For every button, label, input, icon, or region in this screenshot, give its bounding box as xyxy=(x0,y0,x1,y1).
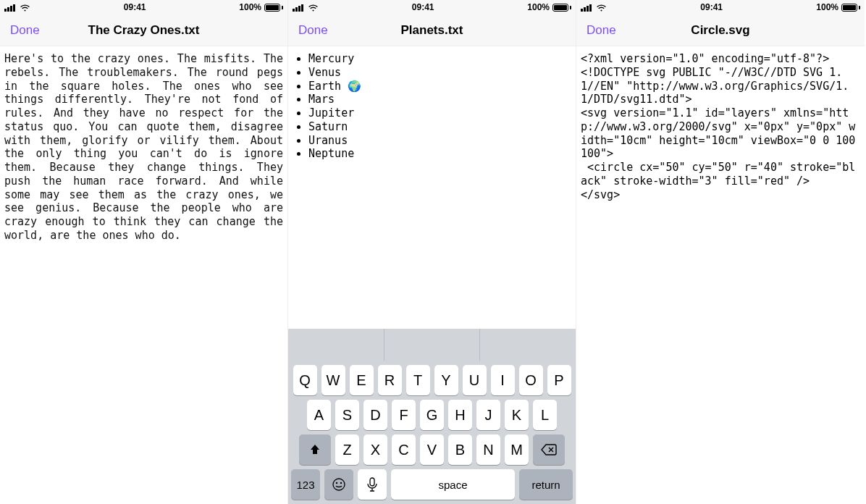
key-u[interactable]: U xyxy=(463,365,487,395)
key-c[interactable]: C xyxy=(392,434,416,465)
key-d[interactable]: D xyxy=(363,400,387,430)
backspace-icon xyxy=(541,444,557,455)
status-bar: 09:41 100% xyxy=(288,0,576,14)
svg-rect-4 xyxy=(293,9,295,12)
suggestion-bar[interactable] xyxy=(288,329,576,361)
key-h[interactable]: H xyxy=(448,400,472,430)
space-key[interactable]: space xyxy=(391,469,515,500)
svg-rect-2 xyxy=(10,6,12,12)
svg-rect-11 xyxy=(370,478,374,486)
numbers-key[interactable]: 123 xyxy=(291,469,320,500)
key-y[interactable]: Y xyxy=(434,365,458,395)
key-v[interactable]: V xyxy=(420,434,444,465)
svg-rect-13 xyxy=(584,7,586,12)
done-button[interactable]: Done xyxy=(10,23,40,38)
phone-screen-3: 09:41 100% Done Circle.svg <?xml version… xyxy=(576,0,865,504)
key-j[interactable]: J xyxy=(476,400,500,430)
shift-key[interactable] xyxy=(299,434,331,465)
list-item: Earth 🌍 xyxy=(308,80,571,93)
wifi-icon xyxy=(596,4,607,12)
shift-icon xyxy=(308,443,321,456)
key-r[interactable]: R xyxy=(378,365,402,395)
done-button[interactable]: Done xyxy=(587,23,616,38)
nav-title: The Crazy Ones.txt xyxy=(0,23,287,38)
svg-rect-6 xyxy=(298,6,300,12)
emoji-key[interactable] xyxy=(324,469,353,500)
planet-list: MercuryVenusEarth 🌍MarsJupiterSaturnUran… xyxy=(293,52,571,161)
battery-percent: 100% xyxy=(816,2,838,12)
nav-bar: Done Planets.txt xyxy=(288,14,576,46)
list-item: Saturn xyxy=(308,120,571,134)
phone-screen-1: 09:41 100% Done The Crazy Ones.txt Here'… xyxy=(0,0,288,504)
wifi-icon xyxy=(308,4,319,12)
battery-icon xyxy=(552,4,571,12)
text-content[interactable]: Here's to the crazy ones. The misfits. T… xyxy=(0,46,287,504)
key-t[interactable]: T xyxy=(406,365,430,395)
list-item: Venus xyxy=(308,66,571,80)
svg-rect-1 xyxy=(7,7,9,12)
phone-screen-2: 09:41 100% Done Planets.txt MercuryVenus… xyxy=(288,0,576,504)
text-content[interactable]: <?xml version="1.0" encoding="utf-8"?> <… xyxy=(576,46,865,504)
svg-rect-14 xyxy=(587,6,589,12)
battery-icon xyxy=(264,4,283,12)
key-p[interactable]: P xyxy=(547,365,571,395)
mic-icon xyxy=(367,477,377,492)
svg-rect-12 xyxy=(581,9,583,12)
key-o[interactable]: O xyxy=(519,365,543,395)
svg-point-9 xyxy=(336,482,337,484)
key-w[interactable]: W xyxy=(321,365,345,395)
nav-bar: Done The Crazy Ones.txt xyxy=(0,14,287,46)
svg-rect-0 xyxy=(4,9,7,12)
battery-percent: 100% xyxy=(239,2,261,12)
key-l[interactable]: L xyxy=(533,400,557,430)
battery-percent: 100% xyxy=(527,2,550,12)
svg-point-10 xyxy=(340,482,342,484)
status-time: 09:41 xyxy=(412,2,434,12)
wifi-icon xyxy=(20,4,30,12)
key-x[interactable]: X xyxy=(363,434,387,465)
status-time: 09:41 xyxy=(700,2,723,12)
svg-rect-5 xyxy=(295,7,298,12)
svg-rect-7 xyxy=(301,4,303,12)
battery-icon xyxy=(841,4,860,12)
list-item: Uranus xyxy=(308,134,571,148)
signal-icon xyxy=(581,4,593,12)
status-bar: 09:41 100% xyxy=(576,0,865,14)
nav-bar: Done Circle.svg xyxy=(576,14,865,46)
key-e[interactable]: E xyxy=(350,365,374,395)
body-text: Here's to the crazy ones. The misfits. T… xyxy=(4,52,283,243)
backspace-key[interactable] xyxy=(533,434,565,465)
key-i[interactable]: I xyxy=(491,365,515,395)
nav-title: Circle.svg xyxy=(576,23,865,38)
key-m[interactable]: M xyxy=(505,434,529,465)
list-item: Mercury xyxy=(308,52,571,66)
return-key[interactable]: return xyxy=(519,469,573,500)
key-b[interactable]: B xyxy=(448,434,472,465)
list-item: Neptune xyxy=(308,147,571,161)
signal-icon xyxy=(4,4,17,12)
mic-key[interactable] xyxy=(358,469,387,500)
nav-title: Planets.txt xyxy=(288,23,576,38)
svg-rect-15 xyxy=(589,4,592,12)
status-time: 09:41 xyxy=(124,2,146,12)
status-bar: 09:41 100% xyxy=(0,0,287,14)
signal-icon xyxy=(293,4,305,12)
key-g[interactable]: G xyxy=(420,400,444,430)
key-f[interactable]: F xyxy=(392,400,416,430)
code-text: <?xml version="1.0" encoding="utf-8"?> <… xyxy=(581,52,860,201)
list-item: Mars xyxy=(308,93,571,106)
key-s[interactable]: S xyxy=(335,400,359,430)
key-a[interactable]: A xyxy=(307,400,331,430)
key-k[interactable]: K xyxy=(505,400,529,430)
svg-point-8 xyxy=(333,479,345,490)
list-item: Jupiter xyxy=(308,106,571,120)
key-q[interactable]: Q xyxy=(293,365,317,395)
svg-rect-3 xyxy=(13,4,15,12)
key-n[interactable]: N xyxy=(476,434,500,465)
key-z[interactable]: Z xyxy=(335,434,359,465)
done-button[interactable]: Done xyxy=(298,23,328,38)
emoji-icon xyxy=(332,477,346,492)
keyboard: QWERTYUIOP ASDFGHJKL ZXCVBNM 123 xyxy=(288,329,576,504)
